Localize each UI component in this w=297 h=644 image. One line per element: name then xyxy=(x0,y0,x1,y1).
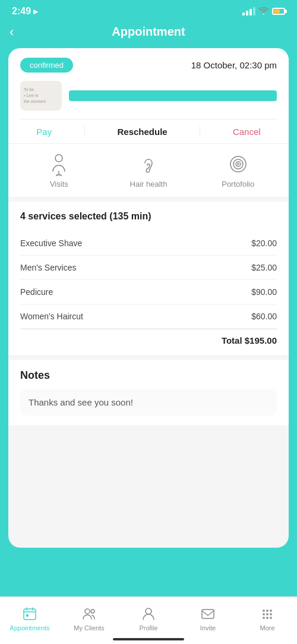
salon-thumbnail: To be• Live inthe moment xyxy=(20,81,62,111)
services-summary: 4 services selected (135 min) xyxy=(20,211,277,222)
location-icon: ▶ xyxy=(33,8,38,15)
home-indicator xyxy=(113,638,184,640)
svg-point-17 xyxy=(266,613,268,615)
more-icon xyxy=(259,605,276,622)
hair-health-label: Hair health xyxy=(130,180,168,189)
notes-section: Notes Thanks and see you soon! xyxy=(8,360,289,425)
bottom-nav: Appointments My Clients Profile xyxy=(0,596,297,644)
svg-point-21 xyxy=(270,617,272,619)
svg-point-16 xyxy=(263,613,265,615)
service-row: Pedicure $90.00 xyxy=(20,280,277,304)
notes-title: Notes xyxy=(20,369,277,382)
nav-appointments-label: Appointments xyxy=(10,624,49,632)
service-price: $60.00 xyxy=(251,312,277,321)
svg-point-13 xyxy=(263,610,265,612)
svg-point-10 xyxy=(91,610,94,613)
svg-point-18 xyxy=(270,613,272,615)
salon-row: To be• Live inthe moment xyxy=(20,81,277,111)
wifi-icon xyxy=(258,7,269,17)
appointment-datetime: 18 October, 02:30 pm xyxy=(191,60,277,70)
page-title: Appointment xyxy=(112,25,185,39)
portfolio-label: Portofolio xyxy=(222,180,254,189)
svg-rect-7 xyxy=(24,609,36,620)
svg-point-6 xyxy=(237,163,239,165)
total-amount: Total $195.00 xyxy=(222,335,277,345)
signal-icon xyxy=(242,7,255,15)
status-time: 2:49 xyxy=(12,6,31,17)
cancel-button[interactable]: Cancel xyxy=(233,127,261,137)
service-name: Women's Haircut xyxy=(20,312,83,321)
battery-icon xyxy=(272,8,285,15)
nav-more[interactable]: More xyxy=(238,605,297,632)
tab-visits[interactable]: Visits xyxy=(14,152,104,189)
visits-label: Visits xyxy=(50,180,68,189)
service-row: Men's Services $25.00 xyxy=(20,256,277,280)
portfolio-icon xyxy=(226,152,250,176)
nav-profile[interactable]: Profile xyxy=(119,605,178,632)
appointments-icon xyxy=(21,605,38,622)
back-button[interactable]: ‹ xyxy=(10,24,14,40)
service-row: Women's Haircut $60.00 xyxy=(20,304,277,329)
total-row: Total $195.00 xyxy=(20,329,277,345)
main-card: confirmed 18 October, 02:30 pm To be• Li… xyxy=(8,48,289,548)
status-row: confirmed 18 October, 02:30 pm xyxy=(20,58,277,73)
salon-name-bar xyxy=(69,90,277,101)
confirmed-badge: confirmed xyxy=(20,58,73,73)
svg-point-1 xyxy=(55,155,62,162)
service-name: Executive Shave xyxy=(20,238,82,248)
svg-point-15 xyxy=(270,610,272,612)
svg-rect-12 xyxy=(202,610,214,618)
nav-my-clients-label: My Clients xyxy=(74,624,104,632)
service-price: $90.00 xyxy=(251,287,277,297)
nav-my-clients[interactable]: My Clients xyxy=(59,605,119,632)
services-section: 4 services selected (135 min) Executive … xyxy=(8,202,289,355)
service-name: Pedicure xyxy=(20,287,53,297)
service-price: $20.00 xyxy=(251,238,277,248)
divider xyxy=(84,125,85,137)
svg-point-11 xyxy=(146,608,151,614)
svg-point-20 xyxy=(266,617,268,619)
service-row: Executive Shave $20.00 xyxy=(20,231,277,256)
hair-health-icon xyxy=(137,152,160,176)
nav-invite[interactable]: Invite xyxy=(178,605,238,632)
tab-hair-health[interactable]: Hair health xyxy=(104,152,194,189)
service-price: $25.00 xyxy=(251,263,277,272)
tab-portfolio[interactable]: Portofolio xyxy=(193,152,283,189)
appointment-header: confirmed 18 October, 02:30 pm To be• Li… xyxy=(8,48,289,143)
visits-icon xyxy=(47,152,71,176)
svg-point-0 xyxy=(263,13,264,14)
salon-thumbnail-text: To be• Live inthe moment xyxy=(24,87,46,104)
svg-rect-8 xyxy=(26,614,29,617)
nav-more-label: More xyxy=(260,624,274,632)
status-icons xyxy=(242,7,285,17)
reschedule-button[interactable]: Reschedule xyxy=(117,127,167,137)
divider xyxy=(200,125,200,137)
nav-profile-label: Profile xyxy=(139,624,157,632)
tabs-section: Visits Hair health xyxy=(8,143,289,197)
pay-button[interactable]: Pay xyxy=(36,127,52,137)
svg-point-14 xyxy=(266,610,268,612)
service-name: Men's Services xyxy=(20,263,76,272)
page-header: ‹ Appointment xyxy=(0,20,297,48)
action-row: Pay Reschedule Cancel xyxy=(20,119,277,143)
my-clients-icon xyxy=(81,605,97,622)
profile-icon xyxy=(140,605,157,622)
svg-point-9 xyxy=(85,609,90,614)
notes-content: Thanks and see you soon! xyxy=(20,389,277,416)
svg-point-19 xyxy=(263,617,265,619)
nav-appointments[interactable]: Appointments xyxy=(0,605,59,632)
nav-invite-label: Invite xyxy=(200,624,216,632)
invite-icon xyxy=(200,605,216,622)
status-bar: 2:49 ▶ xyxy=(0,0,297,20)
